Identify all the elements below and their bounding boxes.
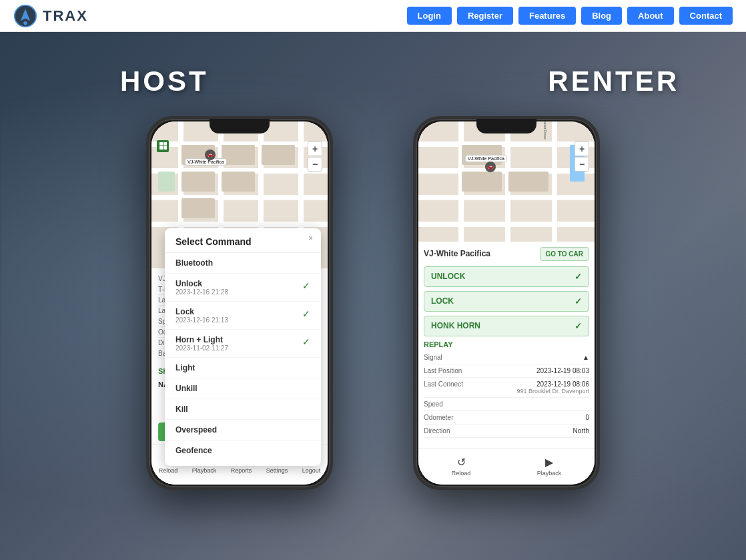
map-block (181, 172, 215, 192)
host-map-marker: VJ-White Pacifica (185, 158, 227, 166)
features-button[interactable]: Features (518, 7, 576, 25)
nav-logout-label: Logout (302, 467, 321, 474)
header-nav: Login Register Features Blog About Conta… (407, 7, 733, 25)
nav-settings-label: Settings (266, 467, 288, 474)
host-phone-screen: VJ-White Pacifica 🚗 + − (151, 121, 328, 485)
map-block (262, 145, 295, 165)
hero-section: HOST RENTER (0, 32, 746, 560)
car-name-row: VJ-White Pacifica GO TO CAR (424, 247, 589, 261)
login-button[interactable]: Login (407, 7, 452, 25)
cmd-light[interactable]: Light (165, 358, 321, 378)
speed-row: Speed (424, 398, 589, 411)
host-label: HOST (120, 65, 209, 97)
renter-panel: VJ-White Pacifica GO TO CAR UNLOCK ✓ LOC… (418, 242, 595, 443)
reload-icon: ↺ (457, 456, 466, 469)
replay-label: REPLAY (424, 340, 589, 348)
honk-horn-button[interactable]: HONK HORN ✓ (424, 316, 589, 336)
header: TRAX Login Register Features Blog About … (0, 0, 746, 32)
host-map-controls: + − (308, 142, 322, 172)
blog-button[interactable]: Blog (581, 7, 622, 25)
trax-logo-icon (13, 4, 37, 28)
cmd-unkill[interactable]: Unkill (165, 378, 321, 399)
about-button[interactable]: About (627, 7, 674, 25)
logo-area: TRAX (13, 4, 88, 28)
last-position-row: Last Position 2023-12-19 08:03 (424, 364, 589, 378)
renter-map: VJ-White Pacifica 🚗 Brooklet Drive + − (418, 121, 595, 242)
road-label: Brooklet Drive (543, 121, 547, 139)
renter-map-pin: 🚗 (485, 162, 496, 172)
renter-phone-notch (476, 119, 536, 133)
map-block (462, 172, 502, 192)
renter-map-marker: VJ-White Pacifica (465, 155, 507, 162)
nav-playback-label: Playback (192, 467, 217, 474)
nav-reload-label: Reload (159, 467, 178, 474)
cmd-unlock[interactable]: Unlock 2023-12-16 21:28 ✓ (165, 274, 321, 302)
renter-bottom-nav: ↺ Reload ▶ Playback (418, 448, 595, 485)
renter-phone: VJ-White Pacifica 🚗 Brooklet Drive + − V… (413, 116, 600, 490)
renter-label: RENTER (548, 65, 679, 97)
zoom-out-button[interactable]: − (308, 157, 322, 172)
cmd-bluetooth[interactable]: Bluetooth (165, 253, 321, 274)
renter-playback-label: Playback (537, 470, 562, 477)
nav-reports-label: Reports (231, 467, 252, 474)
odometer-row: Odometer 0 (424, 411, 589, 425)
register-button[interactable]: Register (457, 7, 513, 25)
renter-nav-reload[interactable]: ↺ Reload (452, 456, 471, 477)
renter-nav-playback[interactable]: ▶ Playback (537, 456, 562, 477)
playback-icon: ▶ (545, 456, 553, 469)
last-connect-row: Last Connect 2023-12-19 08:06 991 Brookl… (424, 378, 589, 398)
grid-icon (157, 140, 169, 152)
zoom-in-button[interactable]: + (308, 142, 322, 156)
map-block (508, 172, 548, 192)
popup-close-button[interactable]: × (308, 234, 313, 243)
lock-button[interactable]: LOCK ✓ (424, 291, 589, 312)
host-phone: VJ-White Pacifica 🚗 + − (146, 116, 333, 490)
renter-reload-label: Reload (452, 470, 471, 477)
zoom-in-button[interactable]: + (575, 142, 589, 156)
command-popup: Select Command × Bluetooth Unlock 2023-1… (165, 228, 321, 466)
renter-phone-screen: VJ-White Pacifica 🚗 Brooklet Drive + − V… (418, 121, 595, 485)
signal-row: Signal ▲ (424, 351, 589, 364)
contact-button[interactable]: Contact (679, 7, 733, 25)
host-phone-notch (210, 119, 270, 133)
car-name: VJ-White Pacifica (424, 249, 490, 258)
map-road (552, 121, 557, 242)
cmd-overspeed[interactable]: Overspeed (165, 420, 321, 441)
host-map-pin: 🚗 (205, 150, 216, 160)
svg-point-2 (23, 21, 27, 25)
zoom-out-button[interactable]: − (575, 157, 589, 172)
cmd-lock[interactable]: Lock 2023-12-16 21:13 ✓ (165, 302, 321, 330)
map-block (181, 198, 215, 218)
direction-row: Direction North (424, 425, 589, 438)
logo-text: TRAX (43, 7, 88, 25)
renter-map-controls: + − (575, 142, 589, 172)
cmd-horn-light[interactable]: Horn + Light 2023-11-02 11:27 ✓ (165, 330, 321, 358)
map-block (158, 172, 175, 192)
goto-car-button[interactable]: GO TO CAR (540, 247, 589, 261)
cmd-kill[interactable]: Kill (165, 399, 321, 420)
unlock-button[interactable]: UNLOCK ✓ (424, 266, 589, 287)
popup-title: Select Command (165, 236, 321, 253)
map-block (222, 172, 255, 192)
cmd-geofence[interactable]: Geofence (165, 441, 321, 461)
phones-container: VJ-White Pacifica 🚗 + − (146, 116, 600, 490)
